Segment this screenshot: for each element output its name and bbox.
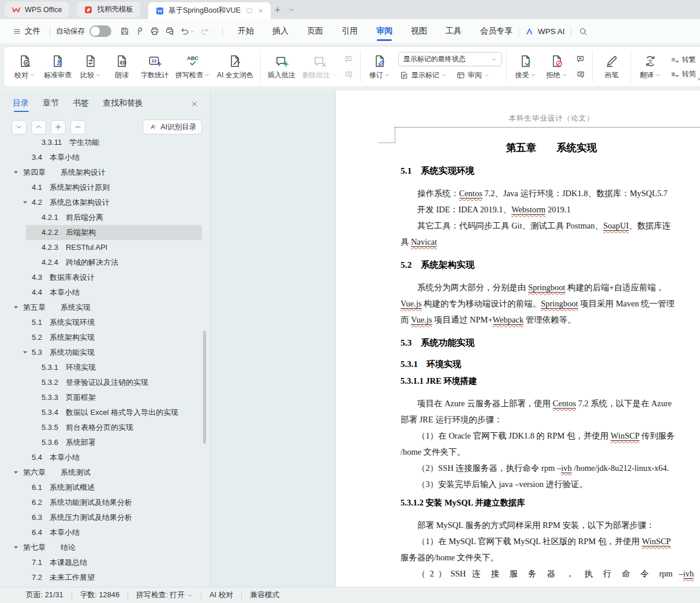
toc-item[interactable]: 4.2.4 跨域的解决方法 — [0, 255, 210, 270]
toc-item[interactable]: 第五章 系统实现 — [0, 300, 210, 315]
save-button[interactable] — [118, 24, 131, 38]
search-button[interactable] — [577, 25, 589, 38]
close-icon[interactable] — [257, 8, 264, 14]
toc-chevron-up-button[interactable] — [31, 120, 46, 134]
tab-list-button[interactable] — [285, 3, 298, 17]
status-spellcheck[interactable]: 拼写检查: 打开 — [136, 590, 193, 600]
修订-button[interactable]: 修订 — [365, 50, 395, 84]
toc-item[interactable]: 4.2.1 前后端分离 — [0, 210, 210, 225]
toc-item[interactable]: 6.3 系统压力测试及结果分析 — [0, 510, 210, 525]
button-label: 画笔 — [605, 70, 619, 80]
toc-item[interactable]: 3.3.11 学生功能 — [0, 139, 210, 150]
status-word-count[interactable]: 字数: 12846 — [80, 590, 119, 600]
toc-item[interactable]: 7.2 未来工作展望 — [0, 570, 210, 585]
toc-item[interactable]: 5.2 系统架构实现 — [0, 330, 210, 345]
tab-插入[interactable]: 插入 — [272, 23, 289, 40]
toc-item[interactable]: 4.1 系统架构设计原则 — [0, 180, 210, 195]
校对-button[interactable]: 校对 — [10, 50, 40, 84]
print-preview-button[interactable] — [163, 24, 176, 38]
toc-item[interactable]: 4.2.3 RESTful API — [0, 240, 210, 255]
toc-item[interactable]: 6.2 系统功能测试及结果分析 — [0, 495, 210, 510]
比较-button[interactable]: 比较 — [76, 50, 106, 84]
插入批注-button[interactable]: 插入批注 — [265, 50, 298, 84]
翻译-button[interactable]: 文翻译 — [635, 50, 665, 84]
标准审查-button[interactable]: 标准审查 — [41, 50, 74, 84]
toc-item[interactable]: 5.1 系统实现环境 — [0, 315, 210, 330]
file-menu-button[interactable]: 文件 — [9, 24, 44, 39]
tab-审阅[interactable]: 审阅 — [376, 23, 392, 40]
toc-item[interactable]: 7.1 本课题总结 — [0, 555, 210, 570]
caret-down-icon[interactable] — [13, 169, 19, 175]
显示标记-button[interactable]: 显示标记 — [398, 69, 448, 81]
toc-item[interactable]: 第六章 系统测试 — [0, 465, 210, 480]
window-tab[interactable]: 基于SpringBoot和VUE的学生 — [148, 2, 271, 19]
tab-开始[interactable]: 开始 — [238, 23, 254, 40]
toc-item[interactable]: 5.3.5 前台表格分页的实现 — [0, 420, 210, 435]
拒绝-button[interactable]: 拒绝 — [542, 50, 572, 84]
sidebar-tab-查找和替换[interactable]: 查找和替换 — [103, 98, 143, 114]
document-page[interactable]: 本科生毕业设计（论文） 第五章 系统实现5.1 系统实现环境操作系统：Cento… — [336, 91, 700, 587]
status-compat-mode[interactable]: 兼容模式 — [250, 590, 279, 600]
toc-item[interactable]: 4.3 数据库表设计 — [0, 270, 210, 285]
autosave-toggle[interactable] — [89, 25, 111, 37]
toc-item[interactable]: 4.2 系统总体架构设计 — [0, 195, 210, 210]
sidebar-scrollbar-thumb[interactable] — [203, 331, 206, 444]
button-label: AI 全文润色 — [217, 70, 253, 80]
tab-工具[interactable]: 工具 — [446, 23, 462, 40]
toc-chevron-down-button[interactable] — [12, 120, 27, 134]
转繁-button[interactable]: 简转繁 — [669, 54, 697, 66]
sidebar-tab-书签[interactable]: 书签 — [73, 98, 89, 114]
undo-button[interactable] — [178, 24, 196, 38]
toc-item[interactable]: 4.2.2 后端架构 — [26, 225, 202, 240]
审阅-button[interactable]: 审阅 — [455, 69, 491, 81]
sidebar-close-button[interactable] — [189, 99, 200, 109]
new-tab-button[interactable] — [271, 3, 285, 17]
字数统计-button[interactable]: 12字数统计 — [138, 50, 171, 84]
toc-item[interactable]: 5.4 本章小结 — [0, 450, 210, 465]
toc-minus-button[interactable] — [70, 120, 85, 134]
wps-ai-button[interactable]: WPS AI — [525, 27, 565, 36]
tab-视图[interactable]: 视图 — [411, 23, 427, 40]
toc-item[interactable]: 5.3 系统功能实现 — [0, 345, 210, 360]
toc-item[interactable]: 5.3.4 数据以 Excel 格式导入导出的实现 — [0, 405, 210, 420]
markup-state-dropdown[interactable]: 显示标记的最终状态 — [398, 52, 502, 66]
sidebar-tab-目录[interactable]: 目录 — [13, 98, 29, 114]
status-page[interactable]: 页面: 21/31 — [26, 590, 63, 600]
caret-down-icon[interactable] — [22, 349, 28, 355]
toc-item[interactable]: 4.4 本章小结 — [0, 285, 210, 300]
画笔-button[interactable]: 画笔 — [597, 50, 627, 84]
sidebar-tab-章节[interactable]: 章节 — [43, 98, 59, 114]
toc-item[interactable]: 第四章 系统架构设计 — [0, 165, 210, 180]
转简-button[interactable]: 繁转简 — [669, 68, 697, 80]
button-label: 标准审查 — [44, 70, 72, 80]
ai-recognize-toc-button[interactable]: AI识别目录 — [143, 119, 202, 134]
window-tab[interactable]: WPS Office — [5, 2, 69, 17]
toc-item[interactable]: 5.3.3 页面框架 — [0, 390, 210, 405]
caret-down-icon[interactable] — [13, 544, 19, 550]
toc-item[interactable]: 5.3.2 登录验证以及注销的实现 — [0, 375, 210, 390]
toc-item[interactable]: 3.4 本章小结 — [0, 150, 210, 165]
status-ai-proof[interactable]: AI 校对 — [209, 590, 233, 600]
change-next-button[interactable] — [574, 68, 587, 81]
接受-button[interactable]: 接受 — [511, 50, 541, 84]
group-expander-icon[interactable] — [695, 74, 700, 84]
toc-item[interactable]: 6.1 系统测试概述 — [0, 480, 210, 495]
toc-item[interactable]: 第七章 结论 — [0, 540, 210, 555]
tab-引用[interactable]: 引用 — [342, 23, 358, 40]
caret-down-icon[interactable] — [22, 199, 28, 205]
change-prev-button[interactable] — [574, 53, 587, 65]
caret-down-icon[interactable] — [13, 469, 19, 475]
caret-down-icon[interactable] — [13, 304, 19, 310]
print-button[interactable] — [148, 24, 161, 38]
拼写检查-button[interactable]: ABC拼写检查 — [173, 50, 213, 84]
toc-plus-button[interactable] — [51, 120, 66, 134]
export-pdf-button[interactable] — [133, 24, 146, 38]
AI 全文润色-button[interactable]: AI 全文润色 — [214, 50, 256, 84]
toc-item[interactable]: 6.4 本章小结 — [0, 525, 210, 540]
朗读-button[interactable]: 朗读 — [107, 50, 137, 84]
toc-item[interactable]: 5.3.6 系统部署 — [0, 435, 210, 450]
tab-会员专享[interactable]: 会员专享 — [480, 23, 512, 40]
toc-item[interactable]: 5.3.1 环境实现 — [0, 360, 210, 375]
window-tab[interactable]: 找稻壳模板 — [77, 2, 140, 17]
tab-页面[interactable]: 页面 — [307, 23, 323, 40]
